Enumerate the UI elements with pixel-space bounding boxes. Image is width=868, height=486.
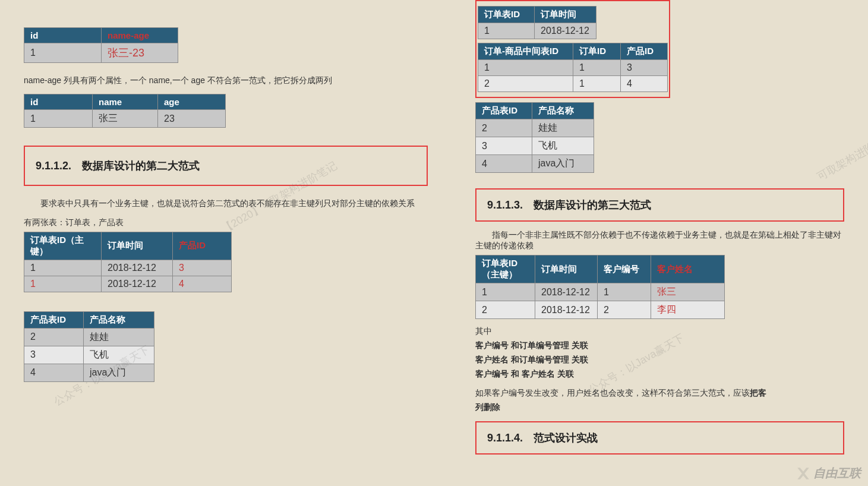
- td: 3: [621, 60, 668, 76]
- para-conclusion-b: 把客: [750, 388, 766, 397]
- th: 产品表ID: [476, 103, 532, 119]
- heading-9-1-1-3: 9.1.1.3. 数据库设计的第三大范式: [487, 198, 832, 212]
- para-conclusion: 如果客户编号发生改变，用户姓名也会改变，这样不符合第三大范式，应该把客: [475, 388, 844, 399]
- th-nameage: name-age: [102, 28, 178, 43]
- td: 1: [573, 60, 621, 76]
- site-logo: 自由互联: [796, 465, 861, 481]
- td: java入门: [532, 155, 594, 173]
- para-assoc2: 客户姓名 和订单编号管理 关联: [475, 355, 844, 365]
- td: 2018-12-12: [102, 276, 173, 292]
- td: 1: [24, 110, 93, 128]
- td: 张三: [93, 110, 158, 128]
- para-nameage-desc: name-age 列具有两个属性，一个 name,一个 age 不符合第一范式，…: [24, 74, 428, 87]
- th: 客户编号: [598, 255, 651, 283]
- td: 3: [173, 260, 232, 276]
- table-order-product-mid: 订单-商品中间表ID 订单ID 产品ID 1 1 3 2 1 4: [478, 43, 668, 92]
- td: 2: [476, 119, 532, 137]
- th: 订单ID: [573, 43, 621, 60]
- th: 产品表ID: [24, 311, 84, 328]
- logo-text: 自由互联: [813, 465, 861, 481]
- table-order-right: 订单表ID 订单时间 1 2018-12-12: [478, 6, 596, 39]
- th: 产品ID: [173, 232, 232, 260]
- th: name: [93, 94, 158, 110]
- para-delete-col: 列删除: [475, 402, 844, 413]
- table-id-name-age: id name age 1 张三 23: [24, 94, 226, 128]
- td: 1: [598, 283, 651, 301]
- th: 订单时间: [535, 255, 598, 283]
- td: 2018-12-12: [102, 260, 173, 276]
- td: java入门: [84, 364, 154, 381]
- td: 4: [476, 155, 532, 173]
- td: 1: [478, 23, 535, 39]
- heading-9-1-1-4: 9.1.1.4. 范式设计实战: [487, 431, 832, 445]
- td: 3: [476, 137, 532, 155]
- th: 订单表ID: [478, 7, 535, 23]
- td: 2: [478, 76, 573, 92]
- td: 2018-12-12: [535, 23, 596, 39]
- heading-9-1-1-3-box: 9.1.1.3. 数据库设计的第三大范式: [475, 188, 844, 222]
- th: 产品名称: [84, 311, 154, 328]
- td: 2018-12-12: [535, 283, 598, 301]
- td: 2: [598, 301, 651, 319]
- para-3nf-desc: 指每一个非非主属性既不部分依赖于也不传递依赖于业务主键，也就是在第础上相处了非主…: [475, 230, 844, 251]
- td: 张三: [651, 283, 725, 301]
- td: 1: [476, 283, 535, 301]
- th: 客户姓名: [651, 255, 725, 283]
- th: 订单表ID（主键）: [24, 232, 102, 260]
- right-column: 订单表ID 订单时间 1 2018-12-12 订单-商品中间表ID 订单ID …: [452, 0, 868, 455]
- heading-9-1-1-2-box: 9.1.1.2. 数据库设计的第二大范式: [24, 146, 428, 186]
- table-id-nameage: id name-age 1 张三-23: [24, 27, 178, 63]
- td: 2018-12-12: [535, 301, 598, 319]
- td: 1: [24, 43, 102, 63]
- para-qizhong: 其中: [475, 326, 844, 337]
- td: 3: [24, 346, 84, 364]
- td: 2: [476, 301, 535, 319]
- para-assoc1: 客户编号 和订单编号管理 关联: [475, 340, 844, 351]
- th: age: [158, 94, 226, 110]
- td: 4: [173, 276, 232, 292]
- th: 订单表ID（主键）: [476, 255, 535, 283]
- table-product-left: 产品表ID 产品名称 2 娃娃 3 飞机 4 java入门: [24, 311, 154, 382]
- td: 飞机: [532, 137, 594, 155]
- para-assoc3: 客户编号 和 客户姓名 关联: [475, 369, 844, 380]
- left-column: id name-age 1 张三-23 name-age 列具有两个属性，一个 …: [0, 0, 452, 455]
- logo-x-icon: [796, 466, 811, 481]
- td: 张三-23: [102, 43, 178, 63]
- td: 23: [158, 110, 226, 128]
- para-2nf-desc: 要求表中只具有一个业务主键，也就是说符合第二范式的表不能存在非主键列只对部分主键…: [24, 197, 428, 210]
- td: 李四: [651, 301, 725, 319]
- th: 订单-商品中间表ID: [478, 43, 573, 60]
- td: 1: [478, 60, 573, 76]
- para-two-tables: 有两张表：订单表，产品表: [24, 217, 428, 228]
- td: 2: [24, 328, 84, 346]
- table-order-product: 订单表ID（主键） 订单时间 产品ID 1 2018-12-12 3 1 201…: [24, 232, 232, 292]
- th-id: id: [24, 28, 102, 43]
- para-conclusion-a: 如果客户编号发生改变，用户姓名也会改变，这样不符合第三大范式，应该: [475, 388, 750, 397]
- td: 1: [24, 260, 102, 276]
- td: 4: [621, 76, 668, 92]
- th: 产品ID: [621, 43, 668, 60]
- td: 娃娃: [84, 328, 154, 346]
- td: 飞机: [84, 346, 154, 364]
- red-bordered-tables: 订单表ID 订单时间 1 2018-12-12 订单-商品中间表ID 订单ID …: [475, 0, 670, 98]
- th: id: [24, 94, 93, 110]
- heading-9-1-1-2: 9.1.1.2. 数据库设计的第二大范式: [36, 159, 416, 173]
- th: 产品名称: [532, 103, 594, 119]
- th: 订单时间: [102, 232, 173, 260]
- td: 1: [24, 276, 102, 292]
- th: 订单时间: [535, 7, 596, 23]
- heading-9-1-1-4-box: 9.1.1.4. 范式设计实战: [475, 421, 844, 455]
- table-product-right: 产品表ID 产品名称 2 娃娃 3 飞机 4 java入门: [475, 102, 594, 173]
- td: 4: [24, 364, 84, 381]
- table-order-customer: 订单表ID（主键） 订单时间 客户编号 客户姓名 1 2018-12-12 1 …: [475, 255, 725, 319]
- td: 1: [573, 76, 621, 92]
- td: 娃娃: [532, 119, 594, 137]
